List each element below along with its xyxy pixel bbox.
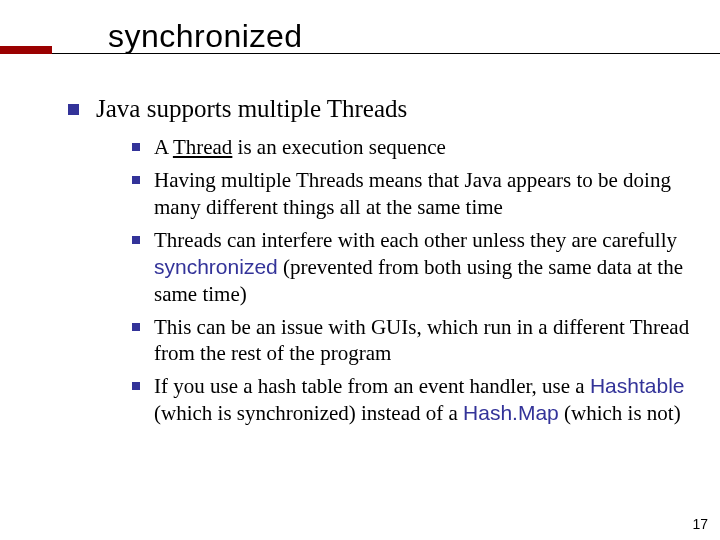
bullet-main: Java supports multiple Threads A Thread … <box>68 93 720 427</box>
bullet-main-text: Java supports multiple Threads <box>96 95 407 122</box>
text-fragment: A <box>154 135 173 159</box>
text-fragment: Threads can interfere with each other un… <box>154 228 677 252</box>
code-term: Hashtable <box>590 374 685 397</box>
bullet-sub-4: This can be an issue with GUIs, which ru… <box>132 314 692 368</box>
bullet-list-level1: Java supports multiple Threads A Thread … <box>68 93 720 427</box>
title-area: synchronized <box>0 0 720 55</box>
slide-body: Java supports multiple Threads A Thread … <box>0 93 720 427</box>
page-number: 17 <box>692 516 708 532</box>
underlined-term: Thread <box>173 135 232 159</box>
bullet-sub-5: If you use a hash table from an event ha… <box>132 373 692 427</box>
code-term: Hash.Map <box>463 401 559 424</box>
title-underline <box>52 53 720 54</box>
bullet-sub-2: Having multiple Threads means that Java … <box>132 167 692 221</box>
text-fragment: If you use a hash table from an event ha… <box>154 374 590 398</box>
text-fragment: This can be an issue with GUIs, which ru… <box>154 315 689 366</box>
bullet-sub-3: Threads can interfere with each other un… <box>132 227 692 308</box>
slide: synchronized Java supports multiple Thre… <box>0 0 720 540</box>
bullet-sub-1: A Thread is an execution sequence <box>132 134 692 161</box>
bullet-list-level2: A Thread is an execution sequence Having… <box>132 134 720 427</box>
text-fragment: is an execution sequence <box>232 135 445 159</box>
text-fragment: Having multiple Threads means that Java … <box>154 168 671 219</box>
text-fragment: (which is synchronized) instead of a <box>154 401 463 425</box>
code-term: synchronized <box>154 255 278 278</box>
slide-title: synchronized <box>108 18 720 55</box>
accent-bar <box>0 46 52 54</box>
text-fragment: (which is not) <box>559 401 681 425</box>
